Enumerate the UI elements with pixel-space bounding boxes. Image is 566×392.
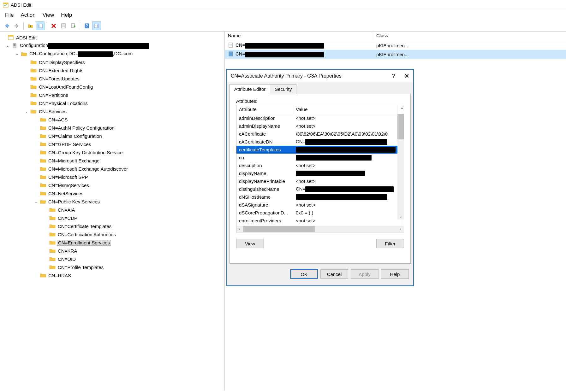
- tree-item[interactable]: CN=AIA: [0, 206, 224, 214]
- collapse-icon[interactable]: ⌄: [24, 109, 29, 114]
- menu-view[interactable]: View: [43, 12, 54, 18]
- attr-value: <not set>: [293, 163, 404, 168]
- tree-item[interactable]: CN=AuthN Policy Configuration: [0, 124, 224, 132]
- properties-button[interactable]: [59, 21, 68, 30]
- tree-item[interactable]: CN=OID: [0, 255, 224, 263]
- back-button[interactable]: [3, 21, 11, 30]
- tree-item[interactable]: CN=KRA: [0, 247, 224, 255]
- help-button[interactable]: Help: [381, 269, 409, 279]
- tree-item[interactable]: CN=Microsoft SPP: [0, 173, 224, 181]
- col-name[interactable]: Name: [225, 32, 373, 41]
- col-attribute[interactable]: Attribute: [236, 105, 293, 114]
- attribute-row[interactable]: enrollmentProviders <not set>: [236, 217, 404, 225]
- attribute-row[interactable]: displayNamePrintable <not set>: [236, 177, 404, 185]
- tree-item[interactable]: CN=Profile Templates: [0, 263, 224, 271]
- tree-item[interactable]: CN=Group Key Distribution Service: [0, 148, 224, 156]
- col-class[interactable]: Class: [373, 32, 566, 41]
- list-item[interactable]: CN= pKIEnrollmen...: [225, 41, 566, 50]
- view-button[interactable]: View: [236, 239, 264, 248]
- folder-icon: [30, 84, 37, 90]
- export-button[interactable]: [69, 21, 78, 30]
- tree-item[interactable]: CN=Certificate Templates: [0, 222, 224, 230]
- tree-item[interactable]: CN=LostAndFoundConfig: [0, 83, 224, 91]
- tree-public-key-services[interactable]: ⌄ CN=Public Key Services: [0, 197, 224, 206]
- tree-item[interactable]: CN=ACS: [0, 115, 224, 124]
- vertical-scrollbar[interactable]: ⌄: [397, 114, 404, 219]
- tree-item[interactable]: CN=DisplaySpecifiers: [0, 58, 224, 66]
- attribute-row[interactable]: distinguishedName CN=: [236, 185, 404, 193]
- tree-item[interactable]: CN=Enrollment Services: [0, 238, 224, 247]
- cancel-button[interactable]: Cancel: [320, 269, 348, 279]
- tab-security[interactable]: Security: [270, 84, 296, 94]
- tree-item[interactable]: CN=Extended-Rights: [0, 66, 224, 74]
- attribute-row[interactable]: cn: [236, 154, 404, 161]
- scroll-down-icon[interactable]: ⌄: [397, 213, 404, 219]
- tree-item[interactable]: CN=ForestUpdates: [0, 74, 224, 83]
- ok-button[interactable]: OK: [290, 269, 318, 279]
- tab-attribute-editor[interactable]: Attribute Editor: [229, 84, 270, 94]
- help-button[interactable]: ?: [82, 21, 91, 30]
- dialog-titlebar[interactable]: CN=Associate Authority Primary - G3A Pro…: [227, 70, 413, 82]
- tree-item[interactable]: CN=Partitions: [0, 91, 224, 99]
- tree-services[interactable]: ⌄ CN=Services: [0, 107, 224, 115]
- attribute-row[interactable]: cACertificate \30\82\06\EA\30\82\05\D2\A…: [236, 130, 404, 138]
- tree-label: CN=Certificate Templates: [57, 224, 112, 229]
- apply-button[interactable]: Apply: [351, 269, 378, 279]
- show-hide-tree-button[interactable]: [36, 21, 45, 30]
- tree-root[interactable]: ADSI Edit: [0, 33, 224, 42]
- scroll-left-icon[interactable]: ‹: [236, 227, 243, 231]
- list-item[interactable]: CN= pKIEnrollmen...: [225, 50, 566, 59]
- collapse-icon[interactable]: ⌄: [15, 52, 20, 56]
- scrollbar-thumb[interactable]: [397, 114, 404, 139]
- scrollbar-thumb[interactable]: [243, 226, 315, 232]
- tree-pane[interactable]: ADSI Edit ⌄ Configuration: [0, 32, 225, 391]
- attribute-row[interactable]: displayName: [236, 169, 404, 177]
- tree-label: CN=Configuration,DC=,DC=com: [28, 51, 134, 57]
- tree-rras[interactable]: CN=RRAS: [0, 271, 224, 279]
- delete-button[interactable]: [49, 21, 58, 30]
- collapse-icon[interactable]: ⌄: [33, 199, 39, 204]
- filter-button[interactable]: Filter: [376, 239, 404, 248]
- attribute-row[interactable]: dSASignature <not set>: [236, 201, 404, 209]
- window-titlebar: ADSI Edit: [0, 0, 566, 10]
- attribute-row[interactable]: description <not set>: [236, 161, 404, 169]
- tree-item[interactable]: CN=Microsoft Exchange: [0, 156, 224, 165]
- attribute-row[interactable]: certificateTemplates: [236, 146, 404, 154]
- forward-button[interactable]: [12, 21, 21, 30]
- scroll-up-icon[interactable]: ⌃: [397, 105, 404, 114]
- tree-configuration[interactable]: ⌄ Configuration: [0, 42, 224, 50]
- folder-icon: [30, 67, 37, 73]
- up-button[interactable]: [26, 21, 35, 30]
- collapse-icon[interactable]: ⌄: [5, 44, 10, 48]
- col-value[interactable]: Value: [293, 105, 397, 114]
- tree-cn-configuration[interactable]: ⌄ CN=Configuration,DC=,DC=com: [0, 50, 224, 58]
- menu-file[interactable]: File: [5, 12, 14, 18]
- tree-label: CN=AIA: [57, 207, 76, 213]
- attribute-row[interactable]: adminDisplayName <not set>: [236, 122, 404, 130]
- tree-item[interactable]: CN=Claims Configuration: [0, 132, 224, 140]
- object-icon: [228, 42, 234, 49]
- window-title: ADSI Edit: [11, 2, 31, 8]
- tree-item[interactable]: CN=NetServices: [0, 189, 224, 197]
- tree-item[interactable]: CN=MsmqServices: [0, 181, 224, 189]
- tree-item[interactable]: CN=GPDH Services: [0, 140, 224, 148]
- attribute-list[interactable]: Attribute Value ⌃ adminDescription <not …: [236, 105, 404, 232]
- attribute-row[interactable]: cACertificateDN CN=: [236, 138, 404, 146]
- scroll-right-icon[interactable]: ›: [397, 227, 404, 231]
- attribute-row[interactable]: adminDescription <not set>: [236, 114, 404, 122]
- close-icon[interactable]: ✕: [404, 72, 409, 80]
- help-icon[interactable]: ?: [392, 73, 395, 79]
- tree-item[interactable]: CN=Certification Authorities: [0, 230, 224, 238]
- tree-item[interactable]: CN=Microsoft Exchange Autodiscover: [0, 165, 224, 173]
- attr-name: dNSHostName: [236, 194, 293, 200]
- attribute-row[interactable]: dNSHostName: [236, 193, 404, 201]
- attribute-row[interactable]: dSCorePropagationD... 0x0 = ( ): [236, 209, 404, 217]
- horizontal-scrollbar[interactable]: ‹ ›: [236, 226, 404, 232]
- tree-item[interactable]: CN=Physical Locations: [0, 99, 224, 107]
- action-pane-button[interactable]: [92, 21, 101, 30]
- menu-help[interactable]: Help: [61, 12, 72, 18]
- menu-action[interactable]: Action: [21, 12, 35, 18]
- svg-rect-12: [97, 24, 99, 28]
- tree-item[interactable]: CN=CDP: [0, 214, 224, 222]
- folder-open-icon: [30, 108, 37, 114]
